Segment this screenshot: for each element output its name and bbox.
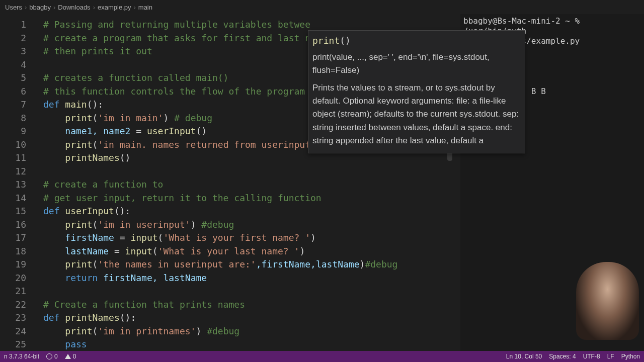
breadcrumb-item[interactable]: Downloads [58,4,90,11]
chevron-right-icon: › [25,4,27,11]
breadcrumb-item[interactable]: main [138,4,152,11]
breadcrumb-item[interactable]: example.py [98,4,131,11]
status-cursor-pos[interactable]: Ln 10, Col 50 [506,353,542,360]
status-interpreter[interactable]: n 3.7.3 64-bit [4,353,39,360]
tooltip-fn-name: print [312,35,340,46]
status-warnings[interactable]: 0 [65,353,76,360]
webcam-overlay [576,262,639,340]
signature-help-tooltip: print() print(value, ..., sep=' ', end='… [308,30,525,153]
breadcrumb[interactable]: Users›bbagby›Downloads›example.py›main [0,0,644,14]
tooltip-params: print(value, ..., sep=' ', end='\n', fil… [312,51,521,77]
warning-icon [65,354,71,359]
chevron-right-icon: › [53,4,55,11]
status-bar: n 3.7.3 64-bit 0 0 Ln 10, Col 50 Spaces:… [0,351,644,362]
status-indent[interactable]: Spaces: 4 [549,353,576,360]
chevron-right-icon: › [133,4,135,11]
status-encoding[interactable]: UTF-8 [583,353,600,360]
error-icon [46,353,52,359]
chevron-right-icon: › [93,4,95,11]
main-area: 1234567891011121314151617181920212223242… [0,14,644,351]
app-root: Users›bbagby›Downloads›example.py›main 1… [0,0,644,362]
breadcrumb-item[interactable]: bbagby [29,4,51,11]
status-eol[interactable]: LF [607,353,614,360]
breadcrumb-item[interactable]: Users [5,4,22,11]
status-language[interactable]: Python [621,353,640,360]
status-errors[interactable]: 0 [46,353,58,360]
tooltip-doc: Prints the values to a stream, or to sys… [312,81,521,148]
line-gutter: 1234567891011121314151617181920212223242… [0,14,35,351]
